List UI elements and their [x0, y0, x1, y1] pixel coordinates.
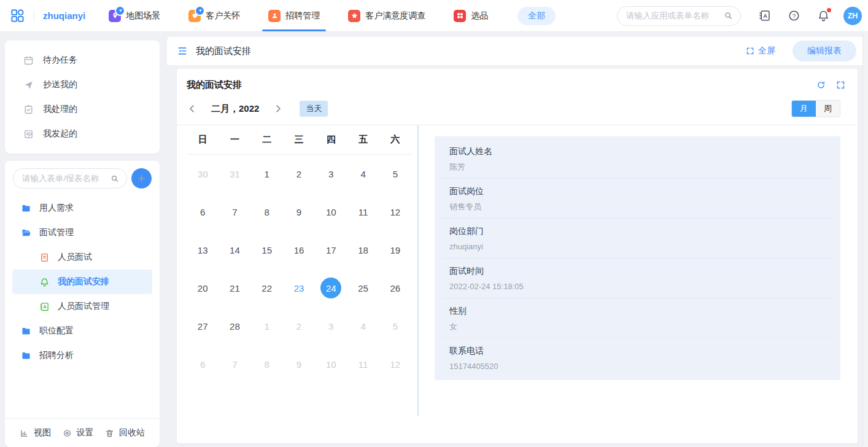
- idcard-icon: A: [39, 301, 50, 312]
- sidebar-item-label: 我发起的: [43, 128, 77, 139]
- footer-item-视图[interactable]: 视图: [20, 427, 51, 438]
- view-week-button[interactable]: 周: [816, 101, 840, 117]
- topbar-search[interactable]: [617, 6, 741, 26]
- day-cell[interactable]: 8: [251, 193, 283, 231]
- fullscreen-label: 全屏: [758, 45, 775, 56]
- app-tab[interactable]: 地图场景: [109, 0, 160, 31]
- day-cell[interactable]: 6: [187, 345, 219, 383]
- topbar-search-input[interactable]: [625, 10, 724, 21]
- tree-item-人员面试[interactable]: 人员面试: [12, 245, 152, 270]
- app-tab[interactable]: 招聘管理: [268, 0, 320, 31]
- collapse-sidebar-icon[interactable]: [177, 45, 188, 56]
- day-cell[interactable]: 14: [219, 231, 250, 269]
- app-tab-label: 地图场景: [126, 10, 160, 21]
- sidebar-item-抄送我的[interactable]: 抄送我的: [5, 72, 160, 97]
- footer-item-设置[interactable]: 设置: [63, 427, 94, 438]
- day-cell[interactable]: 3: [315, 155, 347, 193]
- day-cell[interactable]: 9: [283, 193, 315, 231]
- day-cell[interactable]: 19: [379, 231, 411, 269]
- day-cell[interactable]: 3: [315, 307, 347, 345]
- app-tab[interactable]: 选品: [454, 0, 488, 31]
- day-cell[interactable]: 20: [187, 269, 219, 307]
- search-icon[interactable]: [110, 174, 119, 183]
- help-icon[interactable]: ?: [788, 9, 800, 22]
- folder-icon: [21, 351, 31, 361]
- card-fullscreen-icon[interactable]: [836, 80, 845, 90]
- main-header: 我的面试安排 全屏 编辑报表: [167, 37, 862, 65]
- day-cell[interactable]: 22: [251, 269, 283, 307]
- contacts-icon[interactable]: A: [758, 9, 771, 22]
- day-cell[interactable]: 4: [347, 155, 379, 193]
- day-cell[interactable]: 4: [347, 307, 379, 345]
- day-cell[interactable]: 15: [251, 231, 283, 269]
- chart-icon: [20, 429, 29, 438]
- tree-item-用人需求[interactable]: 用人需求: [12, 196, 152, 220]
- day-cell[interactable]: 16: [283, 231, 315, 269]
- view-month-button[interactable]: 月: [792, 101, 816, 117]
- day-cell[interactable]: 21: [219, 269, 250, 307]
- day-cell-selected[interactable]: 24: [315, 269, 347, 307]
- day-cell[interactable]: 26: [379, 269, 411, 307]
- form-search-input[interactable]: [21, 173, 110, 184]
- notification-bell-icon[interactable]: [817, 9, 830, 22]
- tree-item-招聘分析[interactable]: 招聘分析: [12, 343, 152, 368]
- today-button[interactable]: 当天: [300, 101, 328, 117]
- footer-item-回收站[interactable]: 回收站: [105, 427, 145, 438]
- apps-grid-icon[interactable]: [10, 8, 25, 23]
- tree-item-人员面试管理[interactable]: A人员面试管理: [12, 294, 152, 319]
- search-icon[interactable]: [724, 11, 733, 20]
- avatar[interactable]: ZH: [843, 7, 862, 25]
- sidebar-item-我发起的[interactable]: 我发起的: [5, 122, 160, 146]
- day-cell[interactable]: 7: [219, 345, 250, 383]
- day-cell[interactable]: 11: [347, 345, 379, 383]
- edit-report-button[interactable]: 编辑报表: [792, 41, 856, 61]
- weekday-header: 日一二三四五六: [187, 125, 411, 155]
- day-cell[interactable]: 7: [219, 193, 250, 231]
- form-search-box[interactable]: [13, 168, 127, 189]
- day-cell[interactable]: 27: [187, 307, 219, 345]
- sidebar-item-label: 我处理的: [43, 104, 77, 115]
- tree-item-职位配置[interactable]: 职位配置: [12, 319, 152, 343]
- forms-card: 用人需求面试管理人员面试我的面试安排A人员面试管理职位配置招聘分析 视图设置回收…: [5, 161, 160, 447]
- day-cell[interactable]: 12: [379, 193, 411, 231]
- day-cell[interactable]: 1: [251, 307, 283, 345]
- day-cell[interactable]: 17: [315, 231, 347, 269]
- day-cell[interactable]: 5: [379, 155, 411, 193]
- app-tab[interactable]: 客户满意度调查: [348, 0, 425, 31]
- refresh-icon[interactable]: [816, 80, 826, 90]
- day-cell[interactable]: 31: [219, 155, 250, 193]
- day-cell[interactable]: 23: [283, 269, 315, 307]
- tree-item-label: 面试管理: [39, 227, 74, 238]
- day-cell[interactable]: 11: [347, 193, 379, 231]
- day-cell[interactable]: 2: [283, 155, 315, 193]
- day-cell[interactable]: 30: [187, 155, 219, 193]
- day-cell[interactable]: 9: [283, 345, 315, 383]
- page-scrollbar[interactable]: [862, 32, 868, 447]
- day-cell[interactable]: 28: [219, 307, 250, 345]
- day-cell[interactable]: 10: [315, 345, 347, 383]
- fullscreen-link[interactable]: 全屏: [746, 45, 775, 56]
- day-cell[interactable]: 18: [347, 231, 379, 269]
- tree-item-我的面试安排[interactable]: 我的面试安排: [12, 270, 152, 294]
- day-cell[interactable]: 8: [251, 345, 283, 383]
- chevron-left-icon[interactable]: [187, 103, 198, 114]
- sidebar-item-我处理的[interactable]: 我处理的: [5, 97, 160, 122]
- app-tab[interactable]: 客户关怀: [188, 0, 240, 31]
- day-cell[interactable]: 1: [251, 155, 283, 193]
- workspace-name[interactable]: zhuqianyi: [43, 10, 85, 21]
- day-cell[interactable]: 2: [283, 307, 315, 345]
- day-cell[interactable]: 13: [187, 231, 219, 269]
- day-cell[interactable]: 6: [187, 193, 219, 231]
- add-button[interactable]: [131, 168, 152, 189]
- chevron-right-icon[interactable]: [273, 103, 284, 114]
- tree-item-面试管理[interactable]: 面试管理: [12, 220, 152, 245]
- all-apps-button[interactable]: 全部: [517, 7, 556, 25]
- interview-detail-panel: 面试人姓名陈芳面试岗位销售专员岗位部门zhuqianyi面试时间2022-02-…: [435, 136, 840, 380]
- day-cell[interactable]: 25: [347, 269, 379, 307]
- sidebar-item-待办任务[interactable]: 待办任务: [5, 48, 160, 72]
- day-cell[interactable]: 10: [315, 193, 347, 231]
- day-cell[interactable]: 5: [379, 307, 411, 345]
- day-cell[interactable]: 12: [379, 345, 411, 383]
- svg-text:A: A: [43, 304, 47, 309]
- fullscreen-icon: [746, 47, 754, 55]
